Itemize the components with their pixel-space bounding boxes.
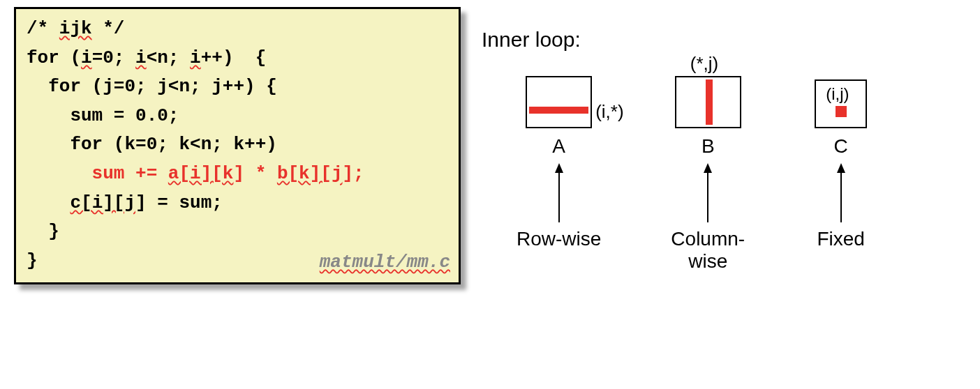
code-box: /* ijk */ for (i=0; i<n; i++) { for (j=0…: [14, 7, 461, 284]
code-line: for (j=0; j<n; j++) {: [27, 73, 448, 102]
col-stripe: [706, 79, 713, 125]
code-line: for (k=0; k<n; k++): [27, 130, 448, 160]
code-line: for (i=0; i<n; i++) {: [27, 44, 448, 73]
arrow-icon: [552, 163, 566, 222]
matrix-c-access: Fixed: [817, 228, 864, 250]
matrix-c-box: (i,j): [815, 79, 867, 128]
code-line: c[i][j] = sum;: [27, 189, 448, 218]
matrix-b-name: B: [701, 135, 715, 158]
matrix-a-col: (i,*) A Row-wise: [517, 76, 601, 250]
matrix-c-coord: (i,j): [826, 84, 849, 104]
cell-square: [836, 106, 847, 117]
matrix-b-access: Column-wise: [671, 228, 745, 273]
code-line-inner: sum += a[i][k] * b[k][j];: [27, 160, 448, 189]
matrix-b-coord: (*,j): [690, 53, 718, 75]
file-label: matmult/mm.c: [320, 248, 450, 277]
svg-marker-5: [837, 163, 845, 173]
svg-marker-3: [704, 163, 712, 173]
arrow-icon: [834, 163, 848, 222]
matrix-b-box: [675, 76, 741, 128]
matrix-a-coord: (i,*): [595, 101, 623, 123]
matrix-a-box: [526, 76, 592, 128]
diagram-title: Inner loop:: [482, 28, 949, 52]
svg-marker-1: [555, 163, 563, 173]
matrix-a-name: A: [552, 135, 565, 158]
arrow-icon: [701, 163, 715, 222]
code-comment: /* ijk */: [27, 15, 448, 44]
matrix-b-col: (*,j) B Column-wise: [671, 76, 745, 273]
row-stripe: [529, 107, 588, 114]
matrix-c-name: C: [834, 135, 848, 158]
code-line: }: [27, 218, 448, 247]
matrix-a-access: Row-wise: [517, 228, 601, 250]
diagram-area: Inner loop: (i,*) A Row-wise: [503, 7, 949, 273]
code-line: sum = 0.0;: [27, 102, 448, 131]
matrix-c-col: (i,j) C Fixed: [815, 76, 867, 250]
